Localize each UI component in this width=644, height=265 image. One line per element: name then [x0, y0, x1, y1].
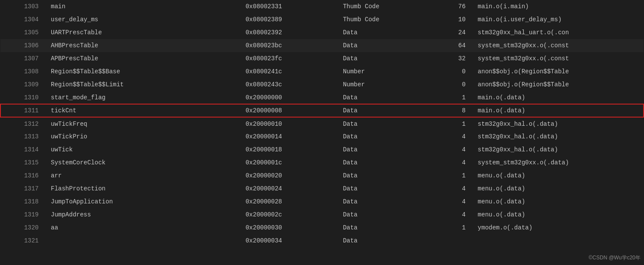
symbol-size: 0 [429, 65, 474, 78]
symbol-file: main.o(.data) [474, 91, 644, 104]
line-number: 1317 [0, 182, 47, 195]
symbol-address: 0x20000014 [242, 130, 339, 143]
symbol-name: SystemCoreClock [47, 156, 242, 169]
table-row[interactable]: 1320aa0x20000030Data1ymodem.o(.data) [0, 221, 644, 234]
symbol-type: Data [340, 91, 429, 104]
symbol-file: main.o(i.user_delay_ms) [474, 13, 644, 26]
symbol-size [429, 234, 474, 247]
symbol-file: anon$$obj.o(Region$$Table [474, 65, 644, 78]
symbol-table: 1303main0x08002331Thumb Code76main.o(i.m… [0, 0, 644, 265]
symbol-file: stm32g0xx_hal.o(.data) [474, 117, 644, 130]
symbol-type: Data [340, 208, 429, 221]
symbol-type: Number [340, 65, 429, 78]
symbol-name: start_mode_flag [47, 91, 242, 104]
symbol-size: 32 [429, 52, 474, 65]
line-number: 1309 [0, 78, 47, 91]
symbol-name: FlashProtection [47, 182, 242, 195]
table-row[interactable]: 1317FlashProtection0x20000024Data4menu.o… [0, 182, 644, 195]
symbol-name: UARTPrescTable [47, 26, 242, 39]
symbol-address: 0x20000000 [242, 91, 339, 104]
line-number: 1319 [0, 208, 47, 221]
symbol-name: uwTickPrio [47, 130, 242, 143]
table-row[interactable]: 1308Region$$Table$$Base0x0800241cNumber0… [0, 65, 644, 78]
symbol-file: main.o(.data) [474, 104, 644, 117]
table-row[interactable]: 1307APBPrescTable0x080023fcData32system_… [0, 52, 644, 65]
table-row[interactable]: 13210x20000034Data [0, 234, 644, 247]
symbol-size: 1 [429, 91, 474, 104]
symbol-file: menu.o(.data) [474, 182, 644, 195]
symbol-name: tickCnt [47, 104, 242, 117]
symbol-size: 1 [429, 117, 474, 130]
line-number: 1312 [0, 117, 47, 130]
symbol-name [47, 234, 242, 247]
symbol-type: Data [340, 156, 429, 169]
table-row[interactable]: 1316arr0x20000020Data1menu.o(.data) [0, 169, 644, 182]
table-row[interactable]: 1310start_mode_flag0x20000000Data1main.o… [0, 91, 644, 104]
symbol-type: Thumb Code [340, 13, 429, 26]
table-row[interactable]: 1306AHBPrescTable0x080023bcData64system_… [0, 39, 644, 52]
line-number: 1316 [0, 169, 47, 182]
symbol-size: 64 [429, 39, 474, 52]
symbol-type: Data [340, 182, 429, 195]
symbol-address: 0x0800241c [242, 65, 339, 78]
symbol-size: 24 [429, 26, 474, 39]
symbol-type: Data [340, 169, 429, 182]
symbol-type: Data [340, 26, 429, 39]
symbol-name: Region$$Table$$Limit [47, 78, 242, 91]
symbol-file: anon$$obj.o(Region$$Table [474, 78, 644, 91]
symbol-address: 0x20000018 [242, 143, 339, 156]
symbol-address: 0x20000024 [242, 182, 339, 195]
symbol-type: Data [340, 130, 429, 143]
symbol-address: 0x080023fc [242, 52, 339, 65]
line-number: 1313 [0, 130, 47, 143]
line-number: 1320 [0, 221, 47, 234]
symbol-address: 0x20000008 [242, 104, 339, 117]
line-number: 1310 [0, 91, 47, 104]
symbol-size: 0 [429, 78, 474, 91]
table-row[interactable]: 1312uwTickFreq0x20000010Data1stm32g0xx_h… [0, 117, 644, 130]
line-number: 1314 [0, 143, 47, 156]
table-row[interactable]: 1311tickCnt0x20000008Data8main.o(.data) [0, 104, 644, 117]
line-number: 1308 [0, 65, 47, 78]
table-row[interactable]: 1318JumpToApplication0x20000028Data4menu… [0, 195, 644, 208]
symbol-address: 0x20000030 [242, 221, 339, 234]
symbol-name: uwTickFreq [47, 117, 242, 130]
symbol-file: stm32g0xx_hal.o(.data) [474, 130, 644, 143]
symbol-name: JumpToApplication [47, 195, 242, 208]
symbol-file: stm32g0xx_hal_uart.o(.con [474, 26, 644, 39]
table-row[interactable]: 1305UARTPrescTable0x08002392Data24stm32g… [0, 26, 644, 39]
table-row[interactable]: 1313uwTickPrio0x20000014Data4stm32g0xx_h… [0, 130, 644, 143]
table-row[interactable]: 1319JumpAddress0x2000002cData4menu.o(.da… [0, 208, 644, 221]
symbol-file: system_stm32g0xx.o(.const [474, 52, 644, 65]
symbol-size: 10 [429, 13, 474, 26]
symbol-address: 0x08002331 [242, 0, 339, 13]
symbol-address: 0x2000002c [242, 208, 339, 221]
symbol-file: ymodem.o(.data) [474, 221, 644, 234]
table-row[interactable]: 1309Region$$Table$$Limit0x0800243cNumber… [0, 78, 644, 91]
symbol-name: aa [47, 221, 242, 234]
table-row[interactable]: 1314uwTick0x20000018Data4stm32g0xx_hal.o… [0, 143, 644, 156]
symbol-name: user_delay_ms [47, 13, 242, 26]
table-row[interactable]: 1304user_delay_ms0x08002389Thumb Code10m… [0, 13, 644, 26]
symbol-file: system_stm32g0xx.o(.data) [474, 156, 644, 169]
symbol-type: Data [340, 39, 429, 52]
symbol-file: stm32g0xx_hal.o(.data) [474, 143, 644, 156]
symbol-file: menu.o(.data) [474, 195, 644, 208]
symbol-type: Data [340, 221, 429, 234]
symbol-address: 0x20000034 [242, 234, 339, 247]
line-number: 1318 [0, 195, 47, 208]
table-row[interactable]: 1303main0x08002331Thumb Code76main.o(i.m… [0, 0, 644, 13]
symbol-name: APBPrescTable [47, 52, 242, 65]
symbol-address: 0x08002389 [242, 13, 339, 26]
symbol-name: AHBPrescTable [47, 39, 242, 52]
symbol-name: Region$$Table$$Base [47, 65, 242, 78]
symbol-size: 8 [429, 104, 474, 117]
symbol-type: Data [340, 195, 429, 208]
symbol-size: 76 [429, 0, 474, 13]
symbol-size: 4 [429, 130, 474, 143]
table-row[interactable]: 1315SystemCoreClock0x2000001cData4system… [0, 156, 644, 169]
symbol-address: 0x20000020 [242, 169, 339, 182]
line-number: 1315 [0, 156, 47, 169]
symbol-file: system_stm32g0xx.o(.const [474, 39, 644, 52]
symbol-size: 4 [429, 182, 474, 195]
